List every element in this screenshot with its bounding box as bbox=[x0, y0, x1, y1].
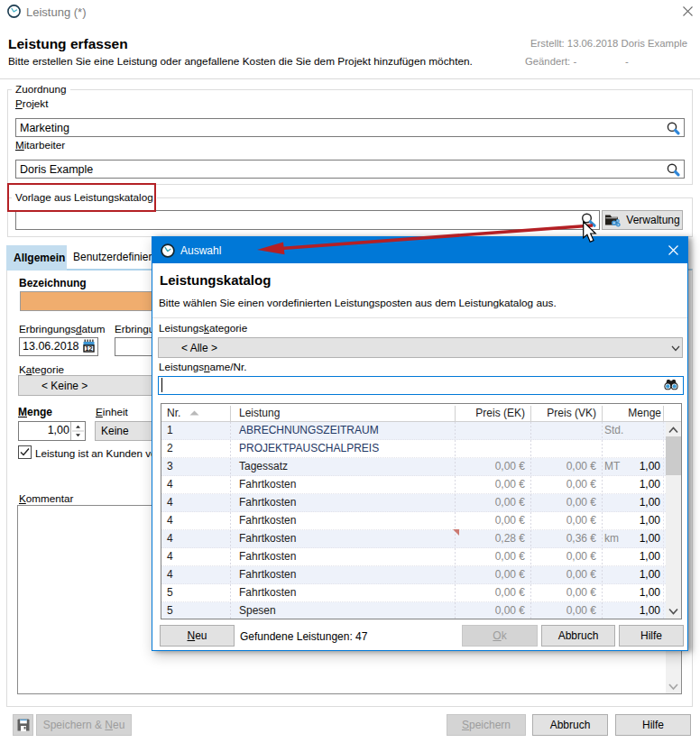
svg-text:12: 12 bbox=[86, 344, 93, 353]
